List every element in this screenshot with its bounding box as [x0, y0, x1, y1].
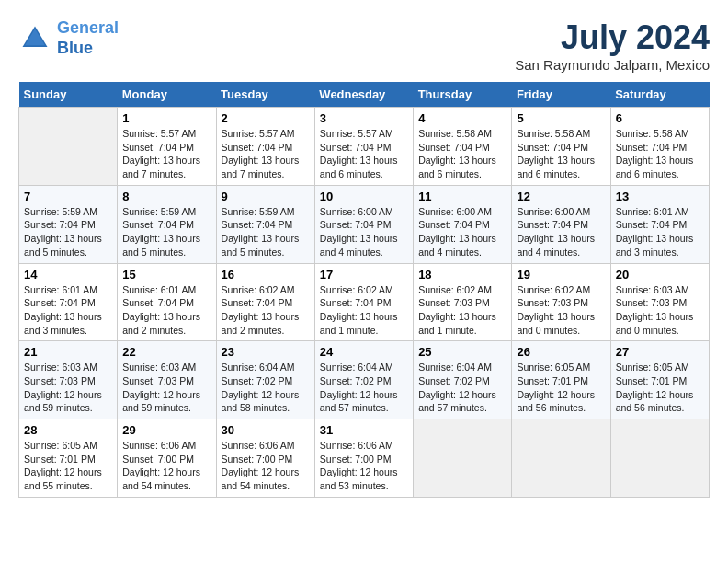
day-number: 26 — [517, 345, 605, 359]
calendar-day-cell: 15Sunrise: 6:01 AMSunset: 7:04 PMDayligh… — [118, 263, 216, 341]
calendar-day-cell — [610, 419, 709, 498]
calendar-day-cell: 3Sunrise: 5:57 AMSunset: 7:04 PMDaylight… — [314, 108, 413, 186]
calendar-day-cell: 1Sunrise: 5:57 AMSunset: 7:04 PMDaylight… — [118, 108, 216, 186]
calendar-table: SundayMondayTuesdayWednesdayThursdayFrid… — [18, 82, 710, 498]
calendar-week-row: 1Sunrise: 5:57 AMSunset: 7:04 PMDaylight… — [19, 108, 710, 186]
calendar-day-cell: 28Sunrise: 6:05 AMSunset: 7:01 PMDayligh… — [19, 419, 118, 498]
day-info: Sunrise: 5:57 AMSunset: 7:04 PMDaylight:… — [320, 127, 408, 181]
day-number: 13 — [616, 190, 704, 203]
calendar-day-cell — [19, 108, 118, 186]
day-number: 7 — [24, 190, 112, 203]
day-info: Sunrise: 6:03 AMSunset: 7:03 PMDaylight:… — [616, 283, 704, 338]
calendar-day-cell — [414, 419, 512, 498]
calendar-day-cell: 13Sunrise: 6:01 AMSunset: 7:04 PMDayligh… — [610, 185, 709, 263]
day-info: Sunrise: 6:02 AMSunset: 7:04 PMDaylight:… — [320, 283, 408, 338]
day-number: 5 — [517, 111, 605, 125]
calendar-day-cell: 2Sunrise: 5:57 AMSunset: 7:04 PMDaylight… — [216, 108, 314, 186]
day-info: Sunrise: 6:01 AMSunset: 7:04 PMDaylight:… — [122, 283, 210, 338]
calendar-day-cell: 4Sunrise: 5:58 AMSunset: 7:04 PMDaylight… — [414, 108, 512, 186]
calendar-day-cell: 21Sunrise: 6:03 AMSunset: 7:03 PMDayligh… — [19, 341, 118, 419]
day-number: 23 — [222, 345, 310, 359]
day-info: Sunrise: 6:00 AMSunset: 7:04 PMDaylight:… — [418, 205, 506, 259]
day-info: Sunrise: 6:05 AMSunset: 7:01 PMDaylight:… — [616, 361, 704, 415]
day-info: Sunrise: 6:03 AMSunset: 7:03 PMDaylight:… — [24, 361, 112, 415]
calendar-day-cell: 24Sunrise: 6:04 AMSunset: 7:02 PMDayligh… — [314, 341, 413, 419]
day-info: Sunrise: 5:58 AMSunset: 7:04 PMDaylight:… — [616, 127, 704, 181]
day-number: 31 — [320, 423, 408, 437]
day-info: Sunrise: 6:02 AMSunset: 7:03 PMDaylight:… — [517, 283, 605, 338]
calendar-week-row: 7Sunrise: 5:59 AMSunset: 7:04 PMDaylight… — [19, 185, 710, 263]
calendar-day-cell: 20Sunrise: 6:03 AMSunset: 7:03 PMDayligh… — [610, 263, 709, 341]
day-info: Sunrise: 6:06 AMSunset: 7:00 PMDaylight:… — [222, 439, 310, 493]
day-number: 18 — [418, 268, 506, 282]
day-number: 24 — [320, 345, 408, 359]
calendar-day-cell: 30Sunrise: 6:06 AMSunset: 7:00 PMDayligh… — [216, 419, 314, 498]
day-number: 11 — [418, 190, 506, 203]
location: San Raymundo Jalpam, Mexico — [515, 57, 710, 73]
logo-line1: General — [57, 18, 119, 37]
logo-line2: Blue — [57, 39, 93, 57]
logo: General Blue — [18, 18, 119, 58]
day-number: 30 — [222, 423, 310, 437]
calendar-day-cell: 16Sunrise: 6:02 AMSunset: 7:04 PMDayligh… — [216, 263, 314, 341]
day-number: 15 — [122, 268, 210, 282]
calendar-day-cell: 22Sunrise: 6:03 AMSunset: 7:03 PMDayligh… — [118, 341, 216, 419]
day-of-week-header: Friday — [512, 82, 610, 108]
calendar-day-cell: 10Sunrise: 6:00 AMSunset: 7:04 PMDayligh… — [314, 185, 413, 263]
month-title: July 2024 — [515, 18, 710, 57]
calendar-day-cell: 12Sunrise: 6:00 AMSunset: 7:04 PMDayligh… — [512, 185, 610, 263]
day-info: Sunrise: 6:03 AMSunset: 7:03 PMDaylight:… — [122, 361, 210, 415]
day-info: Sunrise: 5:58 AMSunset: 7:04 PMDaylight:… — [418, 127, 506, 181]
day-of-week-header: Monday — [118, 82, 216, 108]
calendar-day-cell: 17Sunrise: 6:02 AMSunset: 7:04 PMDayligh… — [314, 263, 413, 341]
calendar-day-cell: 19Sunrise: 6:02 AMSunset: 7:03 PMDayligh… — [512, 263, 610, 341]
day-number: 29 — [122, 423, 210, 437]
day-number: 9 — [222, 190, 310, 203]
day-info: Sunrise: 6:05 AMSunset: 7:01 PMDaylight:… — [517, 361, 605, 415]
calendar-week-row: 21Sunrise: 6:03 AMSunset: 7:03 PMDayligh… — [19, 341, 710, 419]
day-number: 6 — [616, 111, 704, 125]
logo-text: General Blue — [57, 18, 119, 58]
calendar-day-cell: 7Sunrise: 5:59 AMSunset: 7:04 PMDaylight… — [19, 185, 118, 263]
day-info: Sunrise: 6:04 AMSunset: 7:02 PMDaylight:… — [418, 361, 506, 415]
calendar-day-cell: 8Sunrise: 5:59 AMSunset: 7:04 PMDaylight… — [118, 185, 216, 263]
day-info: Sunrise: 6:00 AMSunset: 7:04 PMDaylight:… — [320, 205, 408, 259]
title-block: July 2024 San Raymundo Jalpam, Mexico — [515, 18, 710, 73]
day-info: Sunrise: 6:04 AMSunset: 7:02 PMDaylight:… — [320, 361, 408, 415]
page-header: General Blue July 2024 San Raymundo Jalp… — [18, 18, 710, 73]
calendar-day-cell — [512, 419, 610, 498]
day-of-week-header: Sunday — [19, 82, 118, 108]
day-info: Sunrise: 6:05 AMSunset: 7:01 PMDaylight:… — [24, 439, 112, 493]
day-number: 21 — [24, 345, 112, 359]
calendar-day-cell: 5Sunrise: 5:58 AMSunset: 7:04 PMDaylight… — [512, 108, 610, 186]
calendar-day-cell: 11Sunrise: 6:00 AMSunset: 7:04 PMDayligh… — [414, 185, 512, 263]
day-info: Sunrise: 5:59 AMSunset: 7:04 PMDaylight:… — [122, 205, 210, 259]
calendar-week-row: 14Sunrise: 6:01 AMSunset: 7:04 PMDayligh… — [19, 263, 710, 341]
calendar-week-row: 28Sunrise: 6:05 AMSunset: 7:01 PMDayligh… — [19, 419, 710, 498]
day-number: 25 — [418, 345, 506, 359]
calendar-day-cell: 26Sunrise: 6:05 AMSunset: 7:01 PMDayligh… — [512, 341, 610, 419]
day-info: Sunrise: 6:06 AMSunset: 7:00 PMDaylight:… — [122, 439, 210, 493]
day-number: 28 — [24, 423, 112, 437]
calendar-day-cell: 25Sunrise: 6:04 AMSunset: 7:02 PMDayligh… — [414, 341, 512, 419]
day-info: Sunrise: 6:06 AMSunset: 7:00 PMDaylight:… — [320, 439, 408, 493]
calendar-header-row: SundayMondayTuesdayWednesdayThursdayFrid… — [19, 82, 710, 108]
logo-icon — [18, 22, 51, 55]
day-number: 16 — [222, 268, 310, 282]
calendar-day-cell: 18Sunrise: 6:02 AMSunset: 7:03 PMDayligh… — [414, 263, 512, 341]
day-info: Sunrise: 6:01 AMSunset: 7:04 PMDaylight:… — [24, 283, 112, 338]
day-info: Sunrise: 5:59 AMSunset: 7:04 PMDaylight:… — [24, 205, 112, 259]
calendar-day-cell: 29Sunrise: 6:06 AMSunset: 7:00 PMDayligh… — [118, 419, 216, 498]
day-number: 2 — [222, 111, 310, 125]
calendar-day-cell: 6Sunrise: 5:58 AMSunset: 7:04 PMDaylight… — [610, 108, 709, 186]
svg-marker-1 — [25, 29, 45, 45]
day-info: Sunrise: 5:58 AMSunset: 7:04 PMDaylight:… — [517, 127, 605, 181]
day-number: 10 — [320, 190, 408, 203]
day-info: Sunrise: 6:02 AMSunset: 7:04 PMDaylight:… — [222, 283, 310, 338]
day-number: 1 — [122, 111, 210, 125]
day-number: 20 — [616, 268, 704, 282]
calendar-day-cell: 31Sunrise: 6:06 AMSunset: 7:00 PMDayligh… — [314, 419, 413, 498]
day-number: 4 — [418, 111, 506, 125]
day-number: 19 — [517, 268, 605, 282]
day-of-week-header: Saturday — [610, 82, 709, 108]
